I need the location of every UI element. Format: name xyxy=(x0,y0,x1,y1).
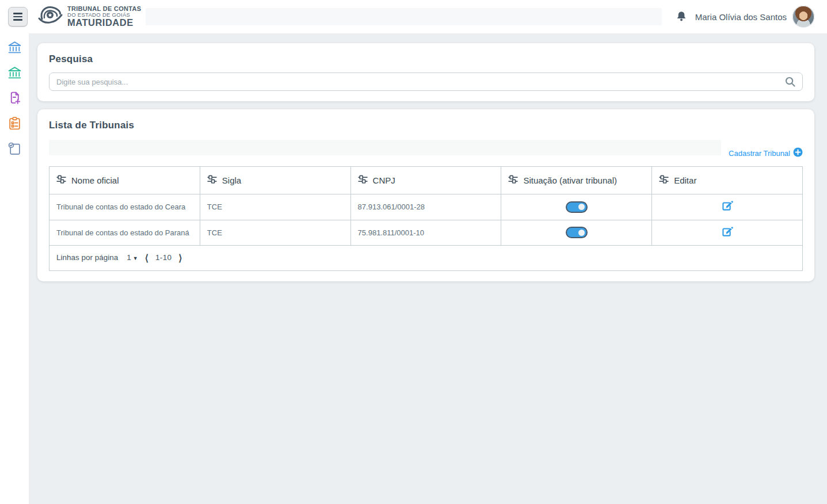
list-card-title: Lista de Tribunais xyxy=(49,120,803,131)
user-avatar[interactable] xyxy=(792,6,814,28)
column-label: CNPJ xyxy=(373,175,395,185)
situacao-toggle[interactable] xyxy=(566,227,588,238)
table-row: Tribunal de contas do estado do Paraná T… xyxy=(49,220,803,246)
plus-circle-icon xyxy=(793,147,803,159)
filter-sliders-icon xyxy=(508,175,518,186)
rows-per-page-value: 1 xyxy=(127,253,131,263)
main-content: Pesquisa Lista de Tribunais Cadastrar Tr… xyxy=(29,33,827,504)
cell-sigla: TCE xyxy=(200,194,350,220)
app-logo: TRIBUNAL DE CONTAS DO ESTADO DE GOIÁS MA… xyxy=(37,4,141,29)
filter-sliders-icon xyxy=(207,175,217,186)
note-check-icon xyxy=(7,142,22,158)
cell-nome-oficial: Tribunal de contas do estado do Ceara xyxy=(49,194,200,220)
tribunal-list-card: Lista de Tribunais Cadastrar Tribunal xyxy=(37,109,814,281)
column-label: Situação (ativar tribunal) xyxy=(523,175,617,185)
sidebar xyxy=(0,33,29,504)
edit-button[interactable] xyxy=(721,226,733,238)
cell-sigla: TCE xyxy=(200,220,350,246)
previous-page-button[interactable]: ⟨ xyxy=(143,253,150,264)
chevron-down-icon: ▼ xyxy=(133,255,138,262)
tribunais-table: Nome oficial S xyxy=(49,166,803,271)
bank-icon xyxy=(7,40,22,57)
pagination-row: Linhas por página 1 ▼ ⟨ 1-10 ⟩ xyxy=(49,246,803,271)
cell-cnpj: 75.981.811/0001-10 xyxy=(350,220,501,246)
edit-button[interactable] xyxy=(721,200,733,212)
register-tribunal-link[interactable]: Cadastrar Tribunal xyxy=(729,147,803,159)
sidebar-item-new-document[interactable] xyxy=(7,91,22,106)
situacao-toggle[interactable] xyxy=(566,201,588,213)
sidebar-item-bank-blue[interactable] xyxy=(7,41,22,56)
filter-sliders-icon xyxy=(659,175,669,186)
search-input[interactable] xyxy=(49,72,803,91)
cell-nome-oficial: Tribunal de contas do estado do Paraná xyxy=(49,220,200,246)
cell-cnpj: 87.913.061/0001-28 xyxy=(350,194,501,220)
sidebar-item-checklist[interactable] xyxy=(7,117,22,132)
eye-logo-icon xyxy=(37,4,63,29)
column-header-editar[interactable]: Editar xyxy=(652,167,803,194)
filter-sliders-icon xyxy=(358,175,368,186)
edit-pencil-icon xyxy=(721,205,733,213)
bank-icon xyxy=(7,66,22,82)
column-header-sigla[interactable]: Sigla xyxy=(200,167,350,194)
column-label: Sigla xyxy=(222,175,241,185)
edit-pencil-icon xyxy=(721,231,733,239)
column-label: Editar xyxy=(674,175,696,185)
hamburger-menu-button[interactable] xyxy=(8,7,28,26)
table-row: Tribunal de contas do estado do Ceara TC… xyxy=(49,194,803,220)
topbar-placeholder xyxy=(146,8,661,25)
search-card-title: Pesquisa xyxy=(49,54,803,65)
logo-line3: MATURIDADE xyxy=(67,18,141,28)
search-card: Pesquisa xyxy=(37,43,814,101)
column-header-situacao[interactable]: Situação (ativar tribunal) xyxy=(501,167,652,194)
notifications-bell-icon[interactable] xyxy=(674,10,688,24)
clipboard-checklist-icon xyxy=(7,116,22,133)
sidebar-item-bank-green[interactable] xyxy=(7,66,22,81)
sidebar-item-note-check[interactable] xyxy=(7,142,22,157)
column-label: Nome oficial xyxy=(71,175,119,185)
column-header-nome-oficial[interactable]: Nome oficial xyxy=(49,167,200,194)
next-page-button[interactable]: ⟩ xyxy=(177,253,184,264)
rows-per-page-select[interactable]: 1 ▼ xyxy=(127,253,138,263)
pagination: Linhas por página 1 ▼ ⟨ 1-10 ⟩ xyxy=(56,253,795,264)
rows-per-page-label: Linhas por página xyxy=(56,253,118,263)
topbar: TRIBUNAL DE CONTAS DO ESTADO DE GOIÁS MA… xyxy=(0,0,827,33)
column-header-cnpj[interactable]: CNPJ xyxy=(350,167,501,194)
register-tribunal-label: Cadastrar Tribunal xyxy=(729,149,790,158)
file-plus-icon xyxy=(7,91,22,108)
search-icon[interactable] xyxy=(784,76,796,90)
table-header-row: Nome oficial S xyxy=(49,167,803,194)
user-name: Maria Olívia dos Santos xyxy=(695,12,787,22)
list-toolbar-placeholder xyxy=(49,140,721,155)
page-range: 1-10 xyxy=(155,253,172,263)
filter-sliders-icon xyxy=(56,175,66,186)
